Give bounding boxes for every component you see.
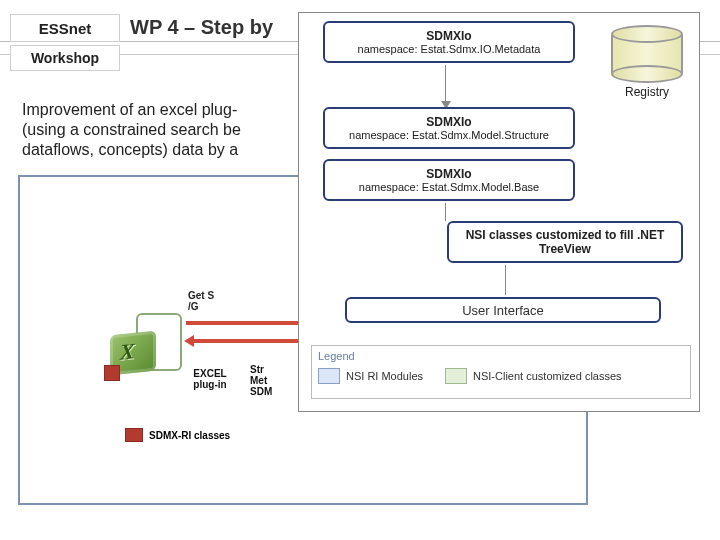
box-user-interface: User Interface xyxy=(345,297,661,323)
connector-base-nsi xyxy=(445,203,446,221)
box-sdmx-base-title: SDMXIo xyxy=(329,167,569,181)
box-sdmx-base: SDMXIo namespace: Estat.Sdmx.Model.Base xyxy=(323,159,575,201)
struct-meta-label: Str Met SDM xyxy=(250,364,272,397)
registry-label: Registry xyxy=(611,85,683,99)
excel-icon: X xyxy=(110,305,180,375)
box-nsi-treeview: NSI classes customized to fill .NET Tree… xyxy=(447,221,683,263)
box-sdmxio: SDMXIo namespace: Estat.Sdmx.IO.Metadata xyxy=(323,21,575,63)
legend-item-customized-label: NSI-Client customized classes xyxy=(473,370,622,382)
connector-nsi-ui xyxy=(505,265,506,295)
registry-cylinder-icon xyxy=(611,25,683,83)
workshop-badge: Workshop xyxy=(10,45,120,71)
legend-sdmxri: SDMX-RI classes xyxy=(125,428,230,442)
swatch-red-icon xyxy=(125,428,143,442)
panel-legend: Legend NSI RI Modules NSI-Client customi… xyxy=(311,345,691,399)
box-sdmx-structure-title: SDMXIo xyxy=(329,115,569,129)
legend-item-customized: NSI-Client customized classes xyxy=(445,368,622,384)
box-sdmx-base-namespace: namespace: Estat.Sdmx.Model.Base xyxy=(329,181,569,193)
box-sdmxio-namespace: namespace: Estat.Sdmx.IO.Metadata xyxy=(329,43,569,55)
swatch-blue-icon xyxy=(318,368,340,384)
getset-label: Get S /G xyxy=(188,290,214,312)
excel-plugin-label: EXCEL plug-in xyxy=(180,368,240,390)
architecture-popup: SDMXIo namespace: Estat.Sdmx.IO.Metadata… xyxy=(298,12,700,412)
panel-legend-title: Legend xyxy=(318,350,684,362)
essnet-badge: ESSnet xyxy=(10,14,120,42)
arrow-request xyxy=(186,319,306,327)
swatch-green-icon xyxy=(445,368,467,384)
box-sdmx-structure-namespace: namespace: Estat.Sdmx.Model.Structure xyxy=(329,129,569,141)
box-sdmxio-title: SDMXIo xyxy=(329,29,569,43)
connector-sdmxio-struct xyxy=(445,65,446,105)
legend-sdmxri-label: SDMX-RI classes xyxy=(149,430,230,441)
arrow-response xyxy=(186,337,306,345)
legend-item-modules-label: NSI RI Modules xyxy=(346,370,423,382)
box-sdmx-structure: SDMXIo namespace: Estat.Sdmx.Model.Struc… xyxy=(323,107,575,149)
legend-item-modules: NSI RI Modules xyxy=(318,368,423,384)
